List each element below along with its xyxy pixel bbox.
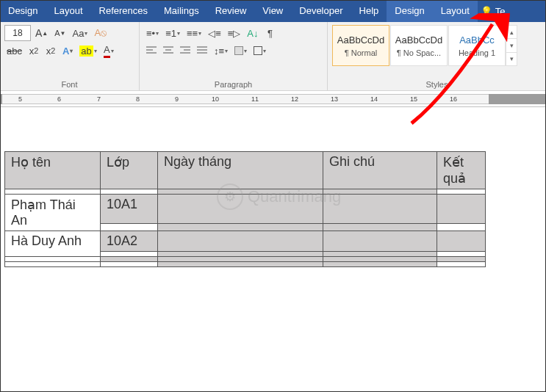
table-cell[interactable] [5,189,101,195]
decrease-indent-button[interactable]: ◁≡ [206,25,223,41]
table-cell[interactable] [437,252,486,257]
table-header[interactable]: Ngày tháng [158,152,323,189]
tab-help[interactable]: Help [351,0,387,22]
table-cell[interactable]: Phạm Thái An [5,195,101,231]
table-cell[interactable] [437,195,486,224]
table-header[interactable]: Kết quả [437,152,486,189]
tab-mailings[interactable]: Mailings [156,0,207,22]
tab-references[interactable]: References [91,0,156,22]
table-cell[interactable] [158,257,323,262]
table-cell[interactable] [437,262,486,267]
table-cell[interactable] [158,189,323,195]
table-cell[interactable] [323,252,437,257]
style-heading1[interactable]: AaBbCc Heading 1 [448,25,506,66]
styles-group-label: Styles [332,79,542,89]
table-cell[interactable] [437,224,486,231]
table-cell[interactable] [323,195,437,224]
table-cell[interactable] [437,257,486,262]
superscript-button[interactable]: x2 [43,43,58,59]
table-cell[interactable] [323,231,437,252]
table-cell[interactable] [158,262,323,267]
table-cell[interactable] [323,257,437,262]
table-cell[interactable]: 10A2 [101,231,158,252]
table-cell[interactable] [101,252,158,257]
table-cell[interactable] [158,195,323,224]
lightbulb-icon: 💡 [481,6,492,17]
align-center-button[interactable] [161,43,176,59]
tab-layout[interactable]: Layout [46,0,90,22]
group-styles: AaBbCcDd ¶ Normal AaBbCcDd ¶ No Spac... … [328,22,546,90]
line-spacing-button[interactable]: ↕≡▾ [212,43,230,59]
expand-icon: ▾ [506,53,517,65]
table-cell[interactable] [158,224,323,231]
table-cell[interactable] [437,189,486,195]
table-cell[interactable] [5,257,101,262]
strikethrough-button[interactable]: abc [4,43,24,59]
ribbon-tab-bar: Design Layout References Mailings Review… [0,0,546,22]
font-size-input[interactable]: 18 [4,25,31,41]
increase-indent-button[interactable]: ≡▷ [226,25,243,41]
clear-formatting-button[interactable]: A⦸ [92,25,109,41]
tab-view[interactable]: View [254,0,291,22]
bullets-button[interactable]: ≡•▾ [144,25,161,41]
table-cell[interactable] [101,262,158,267]
table-cell[interactable]: 10A1 [101,195,158,224]
shading-button[interactable]: ▾ [232,43,249,59]
tell-me[interactable]: 💡 Te [481,6,506,17]
align-right-button[interactable] [178,43,193,59]
table-header[interactable]: Lớp [101,152,158,189]
change-case-button[interactable]: Aa▾ [71,25,90,41]
shrink-font-button[interactable]: A▼ [52,25,68,41]
table-cell[interactable] [323,262,437,267]
group-paragraph: ≡•▾ ≡1▾ ≡≡▾ ◁≡ ≡▷ A↓ ¶ [140,22,328,90]
subscript-button[interactable]: x2 [26,43,41,59]
chevron-up-icon: ▴ [506,26,517,39]
table-cell[interactable] [101,224,158,231]
font-group-label: Font [4,79,134,89]
table-cell[interactable] [158,252,323,257]
grow-font-button[interactable]: A▲ [33,25,50,41]
table-header[interactable]: Ghi chú [323,152,437,189]
show-marks-button[interactable]: ¶ [263,25,278,41]
table-cell[interactable]: Hà Duy Anh [5,231,101,257]
numbering-button[interactable]: ≡1▾ [163,25,182,41]
font-color-button[interactable]: A▾ [101,43,116,59]
styles-gallery-more[interactable]: ▴ ▾ ▾ [506,25,517,66]
ribbon: 18 A▲ A▼ Aa▾ A⦸ abc x2 x2 A▾ ab▾ A▾ Font… [0,22,546,91]
highlight-button[interactable]: ab▾ [77,43,98,59]
sort-button[interactable]: A↓ [245,25,260,41]
document-area[interactable]: Họ tên Lớp Ngày tháng Ghi chú Kết quả Ph… [0,107,546,267]
table-cell[interactable] [323,189,437,195]
tab-tabletools-layout[interactable]: Layout [433,0,478,22]
document-table[interactable]: Họ tên Lớp Ngày tháng Ghi chú Kết quả Ph… [4,151,486,267]
table-cell[interactable] [158,231,323,252]
style-no-spacing[interactable]: AaBbCcDd ¶ No Spac... [390,25,448,66]
table-header[interactable]: Họ tên [5,152,101,189]
table-cell[interactable] [101,189,158,195]
borders-button[interactable]: ▾ [251,43,268,59]
justify-button[interactable] [195,43,209,59]
table-cell[interactable] [323,224,437,231]
multilevel-list-button[interactable]: ≡≡▾ [184,25,204,41]
style-normal[interactable]: AaBbCcDd ¶ Normal [332,25,389,66]
tab-design[interactable]: Design [0,0,46,22]
align-left-button[interactable] [144,43,159,59]
tab-review[interactable]: Review [207,0,255,22]
table-cell[interactable] [5,262,101,267]
table-cell[interactable] [437,231,486,252]
group-font: 18 A▲ A▼ Aa▾ A⦸ abc x2 x2 A▾ ab▾ A▾ Font [0,22,140,90]
table-cell[interactable] [101,257,158,262]
horizontal-ruler[interactable]: 5 6 7 8 9 10 11 12 13 14 15 16 [0,91,546,107]
paragraph-group-label: Paragraph [144,79,323,89]
chevron-down-icon: ▾ [506,39,517,52]
tab-tabletools-design[interactable]: Design [387,0,432,22]
tab-developer[interactable]: Developer [291,0,351,22]
text-effects-button[interactable]: A▾ [60,43,75,59]
